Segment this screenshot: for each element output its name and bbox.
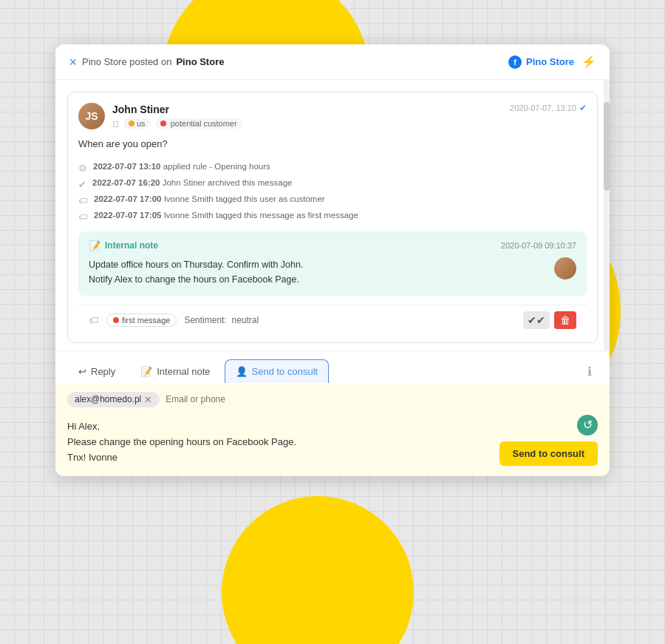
internal-note-icon: 📝 <box>140 366 152 377</box>
reply-icon: ↩ <box>78 366 86 377</box>
footer-left: 🏷 first message Sentiment: neutral <box>89 313 259 327</box>
delete-button[interactable]: 🗑 <box>554 311 576 329</box>
main-modal: ✕ Pino Store posted on Pino Store f Pino… <box>55 44 610 476</box>
dot-red <box>160 121 166 126</box>
activity-log: ⚙ 2022-07-07 13:10 applied rule - Openin… <box>78 162 587 223</box>
facebook-badge: f Pino Store <box>508 55 574 69</box>
note-content: Update office hours on Thursday. Confirm… <box>89 257 548 287</box>
footer-tag-icon: 🏷 <box>89 314 99 326</box>
user-tags: ◻ us potential customer <box>112 118 242 129</box>
note-text-2: Notify Alex to change the hours on Faceb… <box>89 272 548 287</box>
header-store-name: Pino Store <box>176 56 224 67</box>
activity-item-4: 🏷 2022-07-07 17:05 Ivonne Smith tagged t… <box>78 211 587 223</box>
info-icon[interactable]: ℹ <box>582 359 598 384</box>
tab-bar: ↩ Reply 📝 Internal note 👤 Send to consul… <box>55 350 610 384</box>
user-name: John Stiner <box>112 104 242 115</box>
avatar-image: JS <box>78 103 105 129</box>
facebook-icon: f <box>508 55 522 69</box>
badge-dot <box>113 317 119 323</box>
scroll-track <box>604 80 610 350</box>
decorative-circle-bottom <box>222 496 414 644</box>
dot-yellow <box>129 121 134 126</box>
send-to-consult-button[interactable]: Send to consult <box>499 441 598 466</box>
close-icon[interactable]: ✕ <box>69 56 78 68</box>
message-card-header: JS John Stiner ◻ us <box>78 103 587 129</box>
user-info: JS John Stiner ◻ us <box>78 103 242 129</box>
message-text: When are you open? <box>78 137 587 152</box>
note-avatar <box>554 257 576 279</box>
email-input[interactable] <box>166 394 598 404</box>
recipient-row: alex@homedo.pl ✕ <box>67 392 598 407</box>
sentiment-text: Sentiment: neutral <box>184 315 259 325</box>
tag-us: us <box>123 118 151 129</box>
activity-item-2: ✔ 2022-07-07 16:20 John Stiner archived … <box>78 178 587 190</box>
scroll-thumb[interactable] <box>604 102 610 191</box>
refresh-icon[interactable]: ↺ <box>577 415 598 435</box>
consult-icon: 👤 <box>236 366 248 377</box>
activity-item-1: ⚙ 2022-07-07 13:10 applied rule - Openin… <box>78 162 587 174</box>
avatar: JS <box>78 103 105 129</box>
note-header: 📝 Internal note 2020-07-09 09:10:37 <box>89 240 576 251</box>
activity-icon-2: ✔ <box>78 179 86 190</box>
check-done-button[interactable]: ✔✔ <box>523 311 550 329</box>
internal-note: 📝 Internal note 2020-07-09 09:10:37 Upda… <box>78 231 587 296</box>
tab-internal-note[interactable]: 📝 Internal note <box>129 359 221 383</box>
chip-remove-icon[interactable]: ✕ <box>144 394 152 405</box>
user-details: John Stiner ◻ us potentia <box>112 104 242 129</box>
activity-icon-4: 🏷 <box>78 211 88 223</box>
activity-icon-3: 🏷 <box>78 195 88 206</box>
modal-header: ✕ Pino Store posted on Pino Store f Pino… <box>55 44 610 80</box>
tag-icon: ◻ <box>112 119 119 129</box>
note-icon: 📝 <box>89 240 100 251</box>
header-left: ✕ Pino Store posted on Pino Store <box>69 56 224 68</box>
modal-content: JS John Stiner ◻ us <box>55 80 610 476</box>
message-card: JS John Stiner ◻ us <box>67 92 598 343</box>
note-body: Update office hours on Thursday. Confirm… <box>89 257 576 287</box>
message-area[interactable]: JS John Stiner ◻ us <box>55 80 610 350</box>
recipient-chip: alex@homedo.pl ✕ <box>67 392 160 407</box>
tag-customer: potential customer <box>155 118 242 129</box>
check-icon: ✔ <box>579 103 587 113</box>
header-right: f Pino Store ⚡ <box>508 55 596 69</box>
message-footer: 🏷 first message Sentiment: neutral <box>78 305 587 335</box>
first-message-badge: first message <box>106 313 177 327</box>
tab-reply[interactable]: ↩ Reply <box>67 359 126 383</box>
compose-actions: ↺ Send to consult <box>499 415 598 466</box>
message-time: 2020-07-07, 13:10 ✔ <box>510 103 587 113</box>
fb-store-name: Pino Store <box>526 56 574 67</box>
edit-icon[interactable]: ⚡ <box>582 55 596 69</box>
tab-send-to-consult[interactable]: 👤 Send to consult <box>225 359 330 383</box>
compose-body: Hi Alex, Please change the opening hours… <box>67 415 598 466</box>
note-time: 2020-07-09 09:10:37 <box>501 241 576 250</box>
activity-icon-1: ⚙ <box>78 163 87 174</box>
compose-area: alex@homedo.pl ✕ Hi Alex, Please change … <box>55 384 610 476</box>
note-label: 📝 Internal note <box>89 240 158 251</box>
footer-right: ✔✔ 🗑 <box>523 311 576 329</box>
header-posted-by: Pino Store posted on <box>82 56 171 67</box>
activity-item-3: 🏷 2022-07-07 17:00 Ivonne Smith tagged t… <box>78 194 587 206</box>
compose-text: Hi Alex, Please change the opening hours… <box>67 419 494 465</box>
note-text-1: Update office hours on Thursday. Confirm… <box>89 257 548 272</box>
